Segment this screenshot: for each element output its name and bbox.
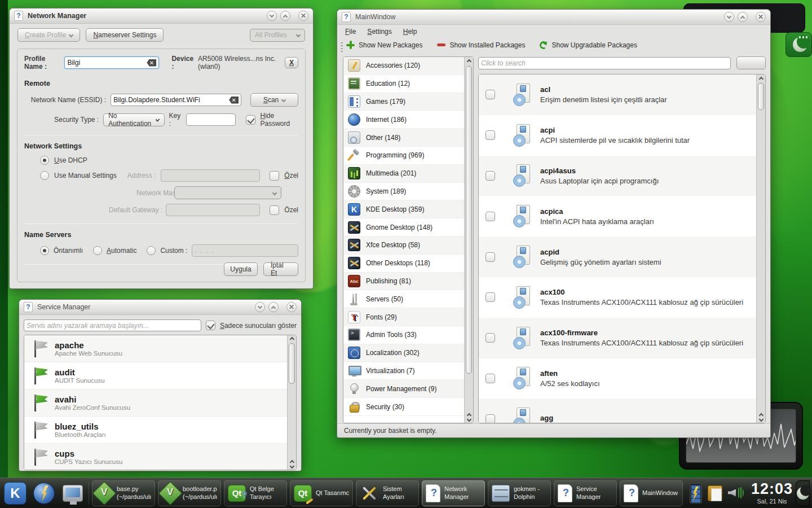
show-new-packages-button[interactable]: Show New Packages bbox=[346, 41, 422, 49]
category-list-item[interactable]: Games (179) bbox=[343, 93, 464, 111]
category-list-item[interactable]: Other Desktops (118) bbox=[343, 255, 464, 273]
package-checkbox[interactable] bbox=[486, 414, 495, 423]
scrollbar-thumb[interactable] bbox=[466, 66, 472, 374]
minimize-button[interactable] bbox=[255, 302, 265, 312]
scan-button[interactable]: Scan bbox=[250, 93, 298, 107]
package-list-item[interactable]: agg bbox=[479, 398, 756, 423]
key-input[interactable] bbox=[186, 113, 236, 126]
category-list-item[interactable]: Virtualization (7) bbox=[343, 362, 464, 380]
menu-help[interactable]: Help bbox=[403, 28, 417, 36]
close-button[interactable]: ✕ bbox=[756, 12, 766, 22]
taskbar-task[interactable]: MainWindow bbox=[620, 480, 683, 506]
kde-menu-button[interactable]: K bbox=[2, 480, 28, 506]
taskbar-task[interactable]: Qt Qt BelgeTarayıcı bbox=[224, 480, 287, 506]
category-list-item[interactable]: Admin Tools (33) bbox=[343, 326, 464, 344]
display-launcher[interactable] bbox=[60, 480, 86, 506]
minimize-button[interactable] bbox=[724, 12, 734, 22]
show-installed-packages-button[interactable]: Show Installed Packages bbox=[437, 41, 525, 49]
package-list-item[interactable]: acpid Gelişmiş güç yönetim ayarları sist… bbox=[479, 237, 756, 277]
category-list-item[interactable]: T Fonts (29) bbox=[343, 308, 464, 326]
package-list-item[interactable]: acpi4asus Asus Laptoplar için acpi progr… bbox=[479, 156, 756, 196]
category-list-item[interactable]: Education (12) bbox=[343, 75, 464, 93]
profile-name-input[interactable] bbox=[64, 56, 159, 69]
package-list-item[interactable]: aften A/52 ses kodlayıcı bbox=[479, 358, 756, 399]
package-checkbox[interactable] bbox=[486, 212, 495, 221]
create-profile-button[interactable]: Create Profile bbox=[17, 28, 80, 42]
taskbar-task[interactable]: Qt Qt Tasarımcı bbox=[290, 480, 353, 506]
package-checkbox[interactable] bbox=[486, 333, 495, 343]
category-list-item[interactable]: Accessories (120) bbox=[343, 57, 464, 75]
category-list-item[interactable]: Abc Publishing (81) bbox=[343, 273, 464, 291]
service-search-input[interactable] bbox=[24, 319, 201, 331]
all-profiles-dropdown[interactable]: All Profiles bbox=[250, 29, 305, 42]
volume-icon[interactable] bbox=[728, 485, 745, 501]
package-checkbox[interactable] bbox=[486, 171, 495, 181]
package-list-item[interactable]: acl Erişim denetim listesi için çeşitli … bbox=[479, 75, 756, 115]
service-list-item[interactable]: avahi Avahi ZeroConf Sunucusu bbox=[24, 389, 287, 417]
package-list-item[interactable]: acpi ACPI sistemlerde pil ve sıcaklık bi… bbox=[479, 115, 756, 156]
package-checkbox[interactable] bbox=[486, 252, 495, 262]
maximize-button[interactable] bbox=[738, 12, 748, 22]
maximize-button[interactable] bbox=[268, 302, 279, 312]
category-list-item[interactable]: System (189) bbox=[343, 183, 464, 201]
service-list-item[interactable]: apache Apache Web Sunucusu bbox=[24, 335, 287, 362]
search-action-button[interactable] bbox=[736, 56, 766, 69]
gateway-custom-checkbox[interactable] bbox=[270, 205, 279, 215]
category-scrollbar[interactable] bbox=[464, 57, 473, 423]
dns-custom-input[interactable] bbox=[192, 244, 298, 257]
use-manual-radio[interactable] bbox=[40, 171, 49, 180]
package-checkbox[interactable] bbox=[486, 90, 495, 99]
category-list-item[interactable]: Gnome Desktop (148) bbox=[343, 218, 464, 237]
clock-widget[interactable]: 12:03 Sal, 21 Nis bbox=[751, 481, 793, 505]
dns-automatic-radio[interactable] bbox=[93, 246, 102, 255]
remove-device-button[interactable]: X bbox=[285, 57, 298, 68]
close-button[interactable]: ✕ bbox=[286, 302, 297, 312]
scrollbar-thumb[interactable] bbox=[758, 83, 764, 110]
service-list-item[interactable]: cups CUPS Yazıcı Sunucusu bbox=[24, 444, 287, 470]
maximize-button[interactable] bbox=[280, 11, 290, 21]
taskbar-task[interactable]: bootloader.p(~/pardus/ulu bbox=[158, 480, 221, 506]
package-list-item[interactable]: acx100-firmware Texas Instruments ACX100… bbox=[479, 318, 756, 358]
menu-file[interactable]: File bbox=[345, 28, 356, 36]
close-button[interactable]: ✕ bbox=[298, 11, 308, 21]
security-type-dropdown[interactable]: No Authentication bbox=[103, 113, 164, 126]
gateway-input[interactable] bbox=[166, 204, 260, 216]
apply-button[interactable]: Uygula bbox=[224, 262, 258, 276]
taskbar-task[interactable]: base.py(~/pardus/ulu bbox=[92, 480, 155, 506]
nameserver-settings-button[interactable]: Nameserver Settings bbox=[86, 28, 164, 42]
cancel-button[interactable]: İptal Et bbox=[263, 262, 298, 276]
category-list-item[interactable]: Multimedia (201) bbox=[343, 165, 464, 183]
window-help-icon[interactable]: ? bbox=[342, 12, 351, 22]
essid-input[interactable] bbox=[111, 94, 241, 106]
servers-only-checkbox[interactable] bbox=[206, 321, 215, 330]
netmask-dropdown[interactable] bbox=[174, 186, 281, 199]
package-checkbox[interactable] bbox=[486, 130, 495, 140]
category-list-item[interactable]: Internet (186) bbox=[343, 111, 464, 129]
category-list-item[interactable]: Servers (50) bbox=[343, 290, 464, 308]
category-list-item[interactable]: Localization (302) bbox=[343, 344, 464, 362]
address-input[interactable] bbox=[161, 169, 260, 182]
scrollbar-thumb[interactable] bbox=[289, 343, 295, 384]
panel-cashew-button[interactable] bbox=[796, 480, 810, 506]
minimize-button[interactable] bbox=[267, 11, 277, 21]
category-list-item[interactable]: Programming (969) bbox=[343, 147, 464, 165]
category-list-item[interactable]: Power Management (9) bbox=[343, 380, 464, 398]
package-scrollbar[interactable] bbox=[756, 75, 765, 423]
dns-default-radio[interactable] bbox=[40, 246, 49, 255]
titlebar[interactable]: ? Service Manager ✕ bbox=[19, 300, 301, 315]
plasma-cashew-widget[interactable] bbox=[785, 32, 812, 57]
battery-icon[interactable] bbox=[690, 483, 702, 503]
window-help-icon[interactable]: ? bbox=[24, 302, 33, 312]
category-list-item[interactable]: Xfce Desktop (58) bbox=[343, 237, 464, 255]
package-list-item[interactable]: acpica Intel'in ACPI hata ayıklama araçl… bbox=[479, 196, 756, 237]
taskbar-task[interactable]: NetworkManager bbox=[422, 480, 485, 506]
package-checkbox[interactable] bbox=[486, 292, 495, 302]
category-list-item[interactable]: K KDE Desktop (359) bbox=[343, 200, 464, 218]
package-search-input[interactable] bbox=[478, 57, 731, 69]
category-list-item[interactable]: Security (30) bbox=[343, 398, 464, 416]
clipboard-icon[interactable] bbox=[708, 485, 722, 501]
toolbar-grip[interactable] bbox=[341, 42, 343, 52]
network-launcher[interactable] bbox=[31, 480, 57, 506]
hide-password-checkbox[interactable] bbox=[246, 115, 255, 125]
window-help-icon[interactable]: ? bbox=[14, 11, 23, 21]
